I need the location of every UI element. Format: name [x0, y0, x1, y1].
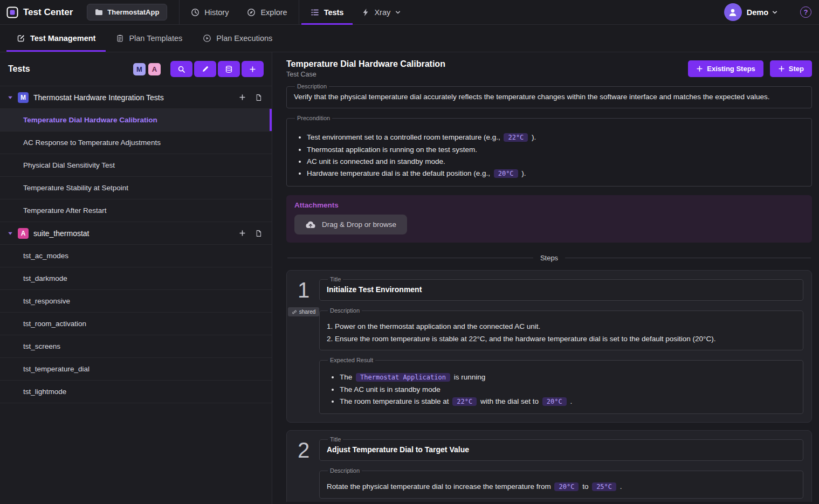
test-tree: MThermostat Hardware Integration TestsTe… [0, 86, 272, 504]
nav-item-label: History [204, 8, 229, 17]
code-chip: 25°C [592, 482, 616, 491]
sidebar: Tests MA MThermostat Hardware Integratio… [0, 52, 272, 504]
tab-label: Test Management [30, 34, 95, 43]
text-segment: to [580, 482, 590, 491]
tree-item-label: Physical Dial Sensitivity Test [23, 161, 115, 169]
link-icon [292, 309, 297, 315]
precondition-label: Precondition [295, 115, 332, 121]
divider-line [287, 258, 533, 258]
filter-chips: MA [133, 63, 161, 75]
edit-button[interactable] [194, 61, 216, 77]
step-number: 2 [298, 439, 309, 461]
add-file-to-group-button[interactable] [252, 227, 264, 239]
text-segment: Hardware temperature dial is at the defa… [307, 169, 492, 177]
file-dropzone[interactable]: Drag & Drop or browse [294, 215, 407, 234]
expected-result-label: Expected Result [328, 357, 375, 363]
tab-test-management[interactable]: Test Management [6, 25, 106, 52]
tree-item-temperature-dial-hardware-calibration[interactable]: Temperature Dial Hardware Calibration [0, 109, 272, 132]
nav-item-history[interactable]: History [182, 0, 238, 25]
precondition-list: Test environment set to a controlled roo… [294, 132, 804, 179]
step-card: 1sharedTitleInitialize Test EnvironmentD… [286, 270, 812, 423]
step-description-line: Rotate the physical temperature dial to … [327, 481, 796, 493]
step-description-line: 2. Ensure the room temperature is stable… [327, 333, 796, 344]
text-segment: . [568, 397, 573, 405]
tab-plan-templates[interactable]: Plan Templates [106, 25, 192, 52]
tree-item-physical-dial-sensitivity-test[interactable]: Physical Dial Sensitivity Test [0, 154, 272, 177]
tree-item-temperature-stability-at-setpoint[interactable]: Temperature Stability at Setpoint [0, 177, 272, 199]
step-description-field: DescriptionRotate the physical temperatu… [319, 467, 803, 499]
app-logo-icon [6, 6, 18, 18]
code-chip: 20°C [554, 482, 579, 491]
navbar-left: Test Center ThermostatApp HistoryExplore… [6, 0, 410, 24]
tree-group-thermostat-hardware-integration-tests[interactable]: MThermostat Hardware Integration Tests [0, 86, 272, 109]
description-label: Description [295, 83, 329, 89]
navbar-right: Demo ? [724, 0, 811, 24]
step-title: Adjust Temperature Dial to Target Value [327, 444, 796, 455]
type-badge-m: M [18, 92, 29, 103]
tree-group-suite-thermostat[interactable]: Asuite_thermostat [0, 222, 272, 245]
tree-item-ac-response-to-temperature-adjustments[interactable]: AC Response to Temperature Adjustments [0, 132, 272, 154]
content-area: Tests MA MThermostat Hardware Integratio… [0, 52, 819, 504]
tree-item-tst-room-activation[interactable]: tst_room_activation [0, 313, 272, 335]
file-icon [255, 230, 262, 237]
nav-item-explore[interactable]: Explore [238, 0, 296, 25]
top-navbar: Test Center ThermostatApp HistoryExplore… [0, 0, 819, 25]
tree-item-label: tst_lightmode [23, 388, 66, 396]
nav-item-label: Explore [260, 8, 287, 17]
add-step-button[interactable]: Step [770, 60, 812, 77]
text-segment: The [340, 373, 354, 381]
shared-badge-label: shared [299, 309, 316, 315]
filter-chip-a[interactable]: A [148, 63, 161, 75]
nav-item-label: Xray [374, 8, 390, 17]
project-label: ThermostatApp [107, 8, 159, 16]
add-file-to-group-button[interactable] [252, 92, 264, 103]
tree-item-tst-temperature-dial[interactable]: tst_temperature_dial [0, 358, 272, 381]
sidebar-header: Tests MA [0, 52, 272, 86]
sidebar-toolbar [170, 61, 264, 77]
step-description-field: Description1. Power on the thermostat ap… [319, 307, 803, 350]
tree-item-label: tst_responsive [23, 297, 70, 305]
tab-plan-executions[interactable]: Plan Executions [192, 25, 283, 52]
nav-item-xray[interactable]: Xray [353, 0, 410, 25]
tests-icon [311, 8, 319, 17]
nav-item-tests[interactable]: Tests [301, 0, 353, 25]
search-button[interactable] [170, 61, 192, 77]
tree-item-tst-lightmode[interactable]: tst_lightmode [0, 381, 272, 403]
step-title-label: Title [328, 276, 343, 282]
play-circle-icon [203, 34, 211, 43]
tree-item-tst-darkmode[interactable]: tst_darkmode [0, 267, 272, 290]
app-title: Test Center [23, 7, 73, 18]
chevron-down-icon [772, 10, 777, 15]
step-card: 2TitleAdjust Temperature Dial to Target … [286, 430, 812, 502]
code-chip: 22°C [452, 397, 477, 406]
type-badge-a: A [18, 228, 29, 239]
existing-steps-button[interactable]: Existing Steps [688, 60, 763, 77]
add-test-to-group-button[interactable] [236, 227, 248, 239]
step-title: Initialize Test Environment [327, 284, 796, 295]
page-subtitle: Test Case [286, 71, 445, 78]
tree-item-tst-ac-modes[interactable]: tst_ac_modes [0, 245, 272, 267]
bulk-actions-button[interactable] [218, 61, 240, 77]
filter-chip-m[interactable]: M [133, 63, 146, 75]
explore-icon [247, 8, 256, 17]
tree-item-tst-responsive[interactable]: tst_responsive [0, 290, 272, 313]
pencil-icon [202, 65, 209, 73]
project-button[interactable]: ThermostatApp [87, 4, 167, 20]
code-chip: 20°C [542, 397, 567, 406]
tree-item-label: tst_temperature_dial [23, 365, 90, 373]
user-menu[interactable]: Demo [747, 8, 777, 17]
add-test-to-group-button[interactable] [236, 92, 248, 103]
avatar[interactable] [724, 3, 742, 21]
code-chip: 22°C [504, 133, 528, 142]
step-title-field: TitleAdjust Temperature Dial to Target V… [319, 436, 803, 461]
chevron-down-icon [395, 10, 401, 15]
step-description-line: 1. Power on the thermostat application a… [327, 321, 796, 332]
tree-item-temperature-after-restart[interactable]: Temperature After Restart [0, 199, 272, 222]
add-test-button[interactable] [242, 61, 264, 77]
page-title-block: Temperature Dial Hardware Calibration Te… [286, 59, 445, 78]
history-icon [191, 8, 199, 17]
text-segment: ). [529, 133, 536, 141]
tree-item-tst-screens[interactable]: tst_screens [0, 335, 272, 358]
help-icon[interactable]: ? [800, 6, 811, 18]
text-segment: is running [452, 373, 485, 381]
